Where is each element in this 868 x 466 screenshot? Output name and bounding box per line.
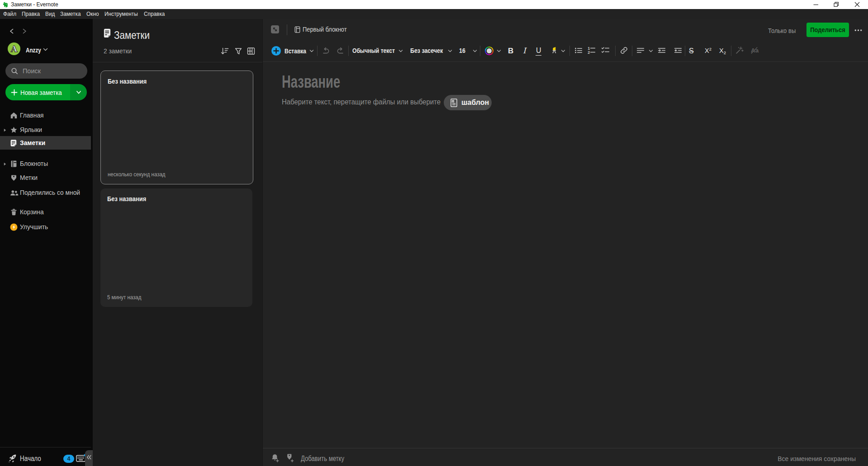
rocket-icon — [8, 454, 17, 463]
add-tag-icon[interactable] — [285, 453, 294, 463]
redo-icon[interactable] — [336, 47, 344, 55]
menu-item-file[interactable]: Файл — [3, 9, 16, 19]
header-divider — [287, 24, 287, 35]
account-name[interactable]: Anzzy — [26, 47, 41, 54]
sidebar-item-home[interactable]: Главная — [0, 108, 93, 122]
sidebar-item-shortcuts[interactable]: Ярлыки — [0, 123, 93, 137]
sidebar-item-shared[interactable]: Поделились со мной — [0, 186, 93, 199]
menu-bar: Файл Правка Вид Заметка Окно Инструменты… — [0, 9, 868, 19]
menu-item-note[interactable]: Заметка — [60, 9, 81, 19]
evernote-window: Заметки - Evernote Файл Правка Вид Замет… — [0, 0, 868, 466]
sidebar-item-notebooks[interactable]: Блокноты — [0, 157, 93, 170]
template-doc-icon — [451, 99, 457, 107]
share-button[interactable]: Поделиться — [806, 23, 849, 37]
collapse-sidebar-button[interactable] — [85, 450, 93, 466]
menu-item-view[interactable]: Вид — [45, 9, 55, 19]
collapse-chevrons-icon — [86, 454, 92, 461]
sort-icon[interactable] — [221, 47, 229, 55]
search-placeholder: Поиск — [23, 67, 41, 75]
menu-item-edit[interactable]: Правка — [22, 9, 40, 19]
bold-button[interactable]: B — [508, 47, 513, 55]
note-card-selected[interactable]: Без названия несколько секунд назад — [100, 71, 253, 184]
start-badge: 4 — [63, 455, 74, 463]
expand-arrows-icon — [272, 26, 278, 33]
insert-plus-icon[interactable] — [271, 46, 281, 56]
people-icon — [10, 189, 19, 197]
highlight-icon[interactable] — [551, 46, 559, 54]
toolbar-divider — [348, 46, 349, 56]
more-options-icon[interactable] — [854, 27, 862, 34]
strikethrough-button[interactable]: S — [689, 47, 694, 55]
toolbar-divider — [615, 46, 616, 56]
insert-dropdown[interactable]: Вставка — [285, 47, 306, 55]
expand-arrow-icon[interactable] — [4, 162, 6, 166]
new-note-main[interactable]: Новая заметка — [5, 84, 70, 100]
outdent-icon[interactable] — [674, 47, 682, 54]
style-chevron-icon[interactable] — [398, 49, 403, 53]
history-forward-icon[interactable] — [21, 28, 28, 34]
checklist-icon[interactable] — [601, 46, 610, 54]
font-family-dropdown[interactable]: Без засечек — [410, 47, 443, 55]
reminder-bell-icon[interactable] — [271, 453, 280, 463]
sidebar-item-tags[interactable]: Метки — [0, 171, 93, 184]
minimize-button[interactable] — [813, 2, 819, 7]
notes-panel-divider — [93, 62, 262, 62]
toolbar-bottom-divider — [263, 61, 868, 62]
note-body-placeholder[interactable]: Наберите текст, перетащите файлы или выб… — [282, 98, 441, 107]
subscript-button[interactable]: X2 — [719, 47, 726, 55]
filter-icon[interactable] — [234, 47, 242, 55]
paragraph-style-dropdown[interactable]: Обычный текст — [352, 47, 395, 55]
history-back-icon[interactable] — [9, 28, 15, 34]
user-avatar[interactable]: A — [8, 42, 20, 55]
search-icon — [11, 67, 19, 75]
star-icon — [10, 126, 18, 134]
close-button[interactable] — [854, 2, 860, 7]
add-tag-label[interactable]: Добавить метку — [301, 454, 344, 463]
expand-note-button[interactable] — [271, 25, 279, 33]
size-chevron-icon[interactable] — [473, 49, 477, 53]
menu-item-help[interactable]: Справка — [144, 9, 165, 19]
sidebar-item-upgrade[interactable]: Улучшить — [0, 220, 93, 234]
indent-icon[interactable] — [658, 47, 666, 54]
note-title-placeholder[interactable]: Название — [282, 74, 340, 90]
restore-button[interactable] — [834, 2, 839, 7]
align-icon[interactable] — [636, 47, 645, 54]
align-chevron-icon[interactable] — [649, 49, 653, 53]
menu-item-tools[interactable]: Инструменты — [104, 9, 138, 19]
toolbar-divider — [480, 46, 480, 56]
template-button[interactable]: шаблон — [444, 95, 492, 110]
view-options-icon[interactable] — [247, 47, 255, 55]
underline-button[interactable]: U — [536, 46, 541, 55]
bullet-list-icon[interactable] — [574, 47, 583, 54]
sidebar-item-notes[interactable]: Заметки — [0, 136, 91, 150]
sidebar-item-trash[interactable]: Корзина — [0, 205, 93, 219]
superscript-button[interactable]: X2 — [705, 47, 711, 55]
numbered-list-icon[interactable]: 1 2 — [587, 46, 596, 54]
font-color-wheel[interactable] — [485, 47, 493, 55]
search-input[interactable]: Поиск — [5, 63, 87, 79]
start-label[interactable]: Начало — [20, 454, 41, 463]
visibility-status: Только вы — [768, 27, 796, 34]
account-chevron-down-icon[interactable] — [43, 48, 48, 52]
insert-chevron-icon[interactable] — [309, 49, 314, 53]
home-icon — [10, 112, 18, 119]
note-card[interactable]: Без названия 5 минут назад — [100, 188, 252, 307]
toolbar-divider — [317, 46, 318, 56]
undo-icon[interactable] — [322, 47, 331, 55]
notebook-icon — [10, 160, 18, 168]
svg-text:2: 2 — [588, 50, 590, 54]
color-chevron-icon[interactable] — [497, 49, 501, 53]
highlight-chevron-icon[interactable] — [561, 49, 565, 53]
italic-button[interactable]: I — [523, 46, 526, 55]
font-style-disabled-icon: Aa — [750, 46, 759, 55]
expand-arrow-icon[interactable] — [4, 128, 6, 132]
notebook-breadcrumb[interactable]: Первый блокнот — [303, 26, 347, 33]
new-note-button: Новая заметка — [5, 84, 87, 100]
font-chevron-icon[interactable] — [448, 49, 452, 53]
new-note-dropdown[interactable] — [70, 84, 87, 100]
menu-item-window[interactable]: Окно — [86, 9, 99, 19]
font-size-dropdown[interactable]: 16 — [459, 47, 465, 55]
save-status: Все изменения сохранены — [778, 455, 856, 463]
link-icon[interactable] — [620, 47, 628, 54]
avatar-image: A — [8, 42, 20, 55]
